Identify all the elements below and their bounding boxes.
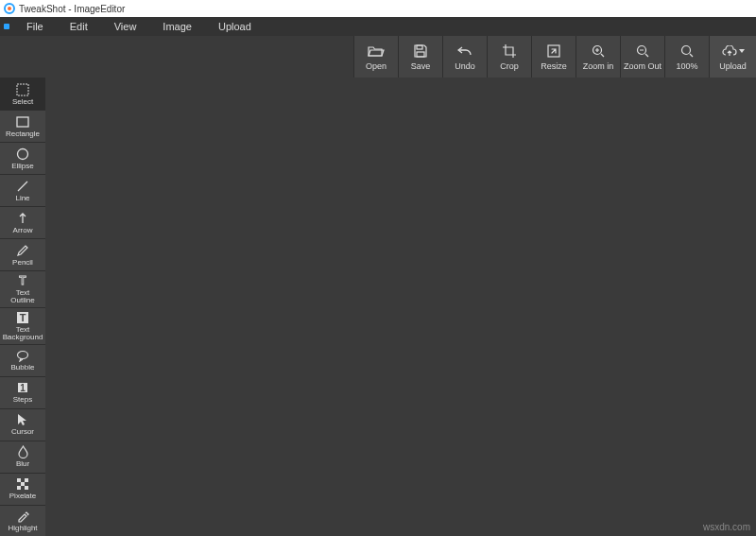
tool-sidebar: Select Rectangle Ellipse Line Arrow Penc…	[0, 78, 45, 536]
svg-point-1	[8, 7, 11, 10]
tool-arrow[interactable]: Arrow	[0, 206, 45, 238]
undo-icon	[457, 43, 472, 60]
canvas-area[interactable]	[45, 78, 756, 536]
tool-blur-label: Blur	[16, 460, 29, 468]
save-label: Save	[411, 61, 431, 71]
svg-text:1: 1	[20, 383, 26, 393]
open-button[interactable]: Open	[353, 36, 398, 78]
svg-point-7	[682, 46, 691, 55]
svg-rect-20	[17, 486, 21, 490]
tool-pixelate-label: Pixelate	[9, 493, 36, 500]
zoom-in-icon	[592, 43, 605, 60]
menu-bar: File Edit View Image Upload	[0, 17, 756, 36]
upload-button[interactable]: Upload	[709, 36, 756, 78]
title-bar: TweakShot - ImageEditor	[0, 0, 756, 17]
app-icon	[4, 3, 15, 14]
upload-label: Upload	[719, 61, 747, 71]
tool-text-outline-label: Text Outline	[10, 289, 34, 305]
tool-pencil-label: Pencil	[12, 259, 33, 267]
tool-rectangle-label: Rectangle	[6, 130, 40, 138]
tool-blur[interactable]: Blur	[0, 441, 45, 473]
blur-icon	[17, 444, 29, 459]
tool-cursor[interactable]: Cursor	[0, 408, 45, 441]
tool-select[interactable]: Select	[0, 78, 45, 110]
zoom-100-label: 100%	[676, 61, 697, 71]
tool-line[interactable]: Line	[0, 174, 45, 206]
tool-text-background-label: Text Background	[3, 326, 43, 342]
svg-rect-9	[17, 117, 28, 127]
tool-bubble[interactable]: Bubble	[0, 344, 45, 376]
menu-image[interactable]: Image	[149, 21, 205, 32]
undo-button[interactable]: Undo	[442, 36, 487, 78]
tool-highlight-label: Highlight	[8, 525, 37, 532]
folder-open-icon	[368, 43, 385, 60]
crop-icon	[503, 43, 516, 60]
menu-file[interactable]: File	[13, 21, 57, 32]
svg-rect-21	[25, 486, 28, 490]
arrow-icon	[16, 211, 29, 226]
top-toolbar: Open Save Undo Crop Resize Zoom in Zoo	[353, 36, 756, 78]
zoom-in-label: Zoom in	[583, 61, 614, 71]
pencil-icon	[16, 243, 29, 258]
svg-text:T: T	[19, 274, 26, 287]
crop-button[interactable]: Crop	[487, 36, 531, 78]
zoom-100-button[interactable]: 100%	[664, 36, 709, 78]
undo-label: Undo	[455, 61, 475, 71]
cloud-upload-icon	[722, 43, 745, 60]
zoom-out-label: Zoom Out	[624, 61, 662, 71]
tool-text-outline[interactable]: T Text Outline	[0, 270, 45, 307]
tool-ellipse[interactable]: Ellipse	[0, 142, 45, 174]
svg-rect-2	[417, 45, 422, 49]
chevron-down-icon	[739, 49, 745, 53]
highlight-icon	[16, 509, 29, 524]
bubble-icon	[16, 348, 29, 363]
zoom-100-icon	[680, 43, 694, 60]
ellipse-icon	[16, 147, 29, 162]
tool-bubble-label: Bubble	[11, 364, 35, 372]
rectangle-icon	[16, 114, 29, 130]
svg-rect-19	[21, 482, 25, 486]
save-icon	[414, 43, 427, 60]
steps-icon: 1	[16, 380, 29, 395]
tool-rectangle[interactable]: Rectangle	[0, 110, 45, 142]
resize-label: Resize	[541, 61, 567, 71]
pixelate-icon	[16, 476, 29, 492]
crop-label: Crop	[500, 61, 519, 71]
tool-steps-label: Steps	[13, 396, 32, 404]
tool-line-label: Line	[15, 195, 29, 202]
menu-upload[interactable]: Upload	[205, 21, 265, 32]
tool-pencil[interactable]: Pencil	[0, 238, 45, 270]
tool-arrow-label: Arrow	[13, 227, 33, 234]
watermark: wsxdn.com	[703, 522, 750, 532]
line-icon	[16, 179, 29, 194]
text-background-icon: T	[16, 310, 29, 325]
open-label: Open	[366, 61, 387, 71]
svg-rect-17	[17, 478, 21, 482]
cursor-icon	[17, 412, 28, 427]
tool-cursor-label: Cursor	[11, 428, 34, 436]
tool-text-background[interactable]: T Text Background	[0, 307, 45, 344]
tool-ellipse-label: Ellipse	[11, 163, 34, 170]
resize-button[interactable]: Resize	[531, 36, 576, 78]
zoom-out-icon	[636, 43, 649, 60]
window-title: TweakShot - ImageEditor	[19, 4, 125, 14]
tool-steps[interactable]: 1 Steps	[0, 376, 45, 408]
svg-rect-18	[25, 478, 28, 482]
svg-point-10	[18, 148, 28, 159]
svg-rect-3	[417, 52, 424, 57]
svg-rect-8	[17, 84, 28, 95]
app-menu-icon[interactable]	[4, 24, 9, 29]
tool-select-label: Select	[12, 98, 33, 106]
svg-text:T: T	[20, 312, 26, 323]
select-icon	[16, 82, 29, 97]
zoom-in-button[interactable]: Zoom in	[576, 36, 620, 78]
tool-pixelate[interactable]: Pixelate	[0, 473, 45, 505]
zoom-out-button[interactable]: Zoom Out	[620, 36, 664, 78]
resize-icon	[547, 43, 560, 60]
save-button[interactable]: Save	[398, 36, 442, 78]
svg-point-14	[18, 351, 28, 358]
tool-highlight[interactable]: Highlight	[0, 505, 45, 536]
menu-edit[interactable]: Edit	[57, 21, 101, 32]
menu-view[interactable]: View	[101, 21, 150, 32]
text-outline-icon: T	[16, 273, 29, 288]
